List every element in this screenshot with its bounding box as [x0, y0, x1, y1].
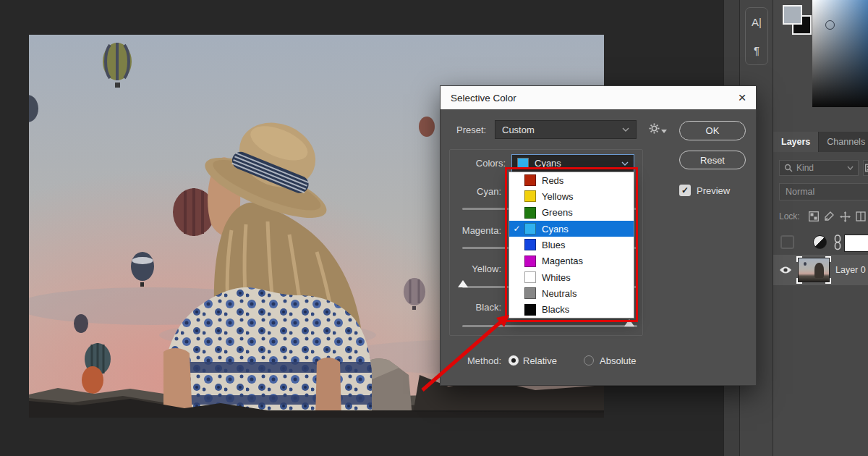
panel-tabbar: Layers Channels [773, 132, 868, 152]
link-mask-icon [833, 235, 842, 250]
layer-row[interactable]: Layer 0 [773, 255, 868, 285]
paragraph-panel-icon[interactable]: ¶ [746, 36, 767, 64]
layer-filter-row: Kind [773, 159, 868, 177]
layer-name[interactable]: Layer 0 [835, 265, 866, 275]
black-slider-label: Black: [454, 302, 501, 313]
panels-dock: Layers Channels Kind [773, 0, 868, 456]
adjustment-layer-icon[interactable] [813, 235, 827, 249]
method-relative-label[interactable]: Relative [523, 355, 557, 366]
layer-thumbnail[interactable] [798, 258, 830, 282]
preset-value: Custom [502, 124, 535, 135]
lock-label: Lock: [779, 211, 800, 221]
black-slider-track[interactable] [462, 325, 637, 327]
lock-transparency-icon[interactable] [806, 211, 822, 221]
tab-channels[interactable]: Channels [818, 132, 868, 152]
close-icon[interactable]: × [733, 88, 752, 107]
preview-checkbox-row: ✓ Preview [679, 185, 730, 196]
color-picker-field[interactable] [812, 0, 868, 107]
method-relative-radio[interactable] [509, 355, 519, 366]
lock-pixels-icon[interactable] [822, 211, 838, 221]
preview-label: Preview [697, 185, 730, 196]
eye-icon [779, 266, 792, 274]
adjustment-layer-row[interactable] [773, 230, 868, 255]
colors-label: Colors: [459, 158, 506, 169]
character-panel-icon[interactable]: A| [746, 8, 767, 36]
dialog-title: Selective Color [451, 93, 516, 104]
preset-options-button[interactable] [649, 123, 667, 134]
panel-button-group: A| ¶ [745, 7, 768, 65]
lock-position-icon[interactable] [837, 211, 853, 222]
magenta-slider-label: Magenta: [454, 225, 501, 236]
preset-select[interactable]: Custom [495, 120, 637, 139]
filter-by-image-button[interactable] [863, 160, 868, 176]
chevron-down-icon [847, 166, 854, 170]
reset-button[interactable]: Reset [679, 151, 746, 169]
preset-label: Preset: [456, 124, 486, 135]
chevron-down-icon [621, 161, 629, 166]
photoshop-window: A| ¶ Layers Channels Kind [0, 0, 868, 456]
method-absolute-label[interactable]: Absolute [600, 355, 637, 366]
blend-mode-select[interactable]: Normal [779, 183, 868, 200]
method-absolute-radio[interactable] [584, 355, 594, 366]
layer-mask-thumbnail[interactable] [844, 235, 868, 252]
layer-visibility-toggle[interactable] [773, 266, 798, 274]
tab-layers[interactable]: Layers [773, 132, 818, 152]
cyan-slider-label: Cyan: [454, 186, 501, 197]
gear-icon [649, 123, 660, 134]
search-icon [784, 164, 793, 172]
hidden-eye-well[interactable] [780, 235, 794, 249]
lock-artboard-icon[interactable] [853, 211, 868, 221]
ok-button[interactable]: OK [679, 121, 746, 140]
lock-row: Lock: [773, 208, 868, 225]
layer-filter-label: Kind [796, 163, 814, 173]
dialog-titlebar[interactable]: Selective Color × [441, 86, 756, 109]
color-picker-cursor[interactable] [825, 20, 835, 30]
yellow-slider-label: Yellow: [454, 263, 501, 274]
layer-filter-kind-select[interactable]: Kind [779, 160, 859, 176]
image-icon [865, 164, 868, 172]
chevron-down-icon [622, 127, 629, 132]
blend-mode-row: Normal [773, 182, 868, 201]
foreground-color-swatch[interactable] [783, 5, 802, 25]
yellow-slider-handle[interactable] [458, 280, 468, 287]
method-label: Method: [454, 355, 501, 366]
preview-checkbox[interactable]: ✓ [679, 185, 691, 196]
annotation-highlight-rect [505, 167, 638, 322]
